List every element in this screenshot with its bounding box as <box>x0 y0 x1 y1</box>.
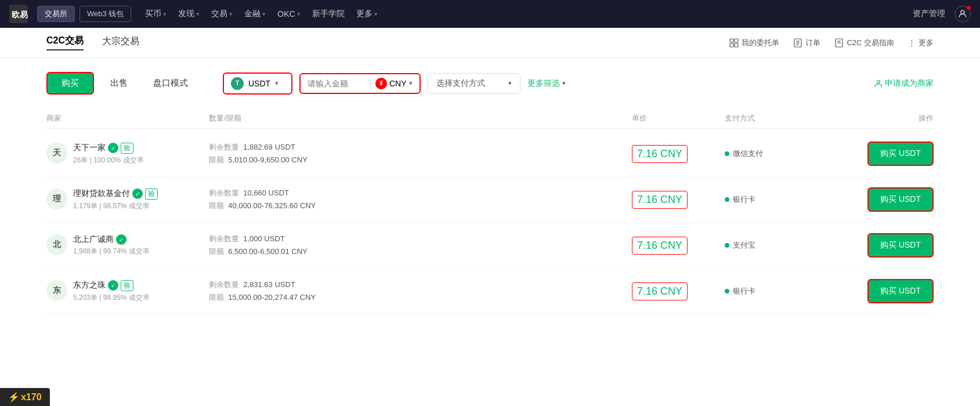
remain-amount: 剩余数量 1,000 USDT <box>209 234 632 244</box>
merchant-stats: 1,179单 | 98.57% 成交率 <box>73 201 158 211</box>
action-cell: 购买 USDT <box>841 142 934 166</box>
tab-bulk[interactable]: 大宗交易 <box>102 35 139 50</box>
merchant-info: 天下一家 ✓ 验 26单 | 100.00% 成交率 <box>73 143 144 165</box>
more-options-button[interactable]: ⋮ 更多 <box>908 38 934 48</box>
nav-trade[interactable]: 交易 ▾ <box>211 9 233 19</box>
merchant-cell: 东 东方之珠 ✓ 验 5,203单 | 98.95% 成交率 <box>46 280 209 303</box>
usdt-icon: T <box>231 77 244 90</box>
filter-bar: 购买 出售 盘口模式 T USDT ▾ ¥ CNY ▾ 选择支付方式 ▾ 更多筛… <box>46 72 934 95</box>
asset-management-button[interactable]: 资产管理 <box>913 9 945 19</box>
more-filter-button[interactable]: 更多筛选 ▾ <box>527 78 566 89</box>
payment-cell: 微信支付 <box>725 148 841 159</box>
nav-more[interactable]: 更多 ▾ <box>356 9 378 19</box>
tab-exchange[interactable]: 交易所 <box>37 6 75 22</box>
watermark-text: x170 <box>21 392 42 403</box>
coin-selector[interactable]: T USDT ▾ <box>223 72 292 95</box>
verified-badge: ✓ <box>116 234 126 245</box>
cny-icon: ¥ <box>375 78 387 89</box>
nav-okc[interactable]: OKC ▾ <box>277 9 300 19</box>
main-content: 购买 出售 盘口模式 T USDT ▾ ¥ CNY ▾ 选择支付方式 ▾ 更多筛… <box>0 58 980 406</box>
watermark-icon: ⚡ <box>8 392 20 403</box>
payment-selector[interactable]: 选择支付方式 ▾ <box>428 73 520 94</box>
coin-label: USDT <box>248 79 270 88</box>
col-payment: 支付方式 <box>725 113 841 124</box>
person-icon <box>874 79 883 88</box>
payment-cell: 银行卡 <box>725 286 841 296</box>
col-merchant: 商家 <box>46 113 209 124</box>
payment-dot <box>725 151 729 156</box>
payment-dot <box>725 289 729 293</box>
avatar: 北 <box>46 234 67 255</box>
nav-right-area: 资产管理 <box>913 6 971 22</box>
apply-merchant-button[interactable]: 申请成为商家 <box>874 78 934 89</box>
price-value: 7.16 CNY <box>632 145 688 163</box>
more-filter-label: 更多筛选 <box>527 78 560 89</box>
svg-rect-4 <box>735 39 738 42</box>
remain-amount: 剩余数量 2,831.63 USDT <box>209 280 632 290</box>
payment-cell: 银行卡 <box>725 194 841 205</box>
currency-label: CNY <box>389 79 407 88</box>
nav-beginner[interactable]: 新手学院 <box>312 9 345 19</box>
currency-selector[interactable]: ¥ CNY ▾ <box>375 78 413 89</box>
nav-discover[interactable]: 发现 ▾ <box>178 9 200 19</box>
limit-label: 限额 <box>209 247 224 256</box>
svg-rect-5 <box>730 44 733 47</box>
table-header: 商家 数量/限额 单价 支付方式 操作 <box>46 108 934 129</box>
my-orders-button[interactable]: 我的委托单 <box>729 38 779 48</box>
table-row: 北 北上广诚商 ✓ 1,988单 | 99.74% 成交率 剩余数量 1,000… <box>46 223 934 269</box>
amount-input[interactable] <box>308 79 366 88</box>
remain-label: 剩余数量 <box>209 143 239 151</box>
merchant-cell: 北 北上广诚商 ✓ 1,988单 | 99.74% 成交率 <box>46 234 209 256</box>
buy-usdt-button[interactable]: 购买 USDT <box>867 142 934 166</box>
chevron-down-icon: ▾ <box>275 79 279 87</box>
market-mode-button[interactable]: 盘口模式 <box>144 73 197 93</box>
buy-usdt-button[interactable]: 购买 USDT <box>867 187 934 212</box>
merchant-cell: 理 理财贷款基金付 ✓ 验 1,179单 | 98.57% 成交率 <box>46 188 209 211</box>
user-profile-icon[interactable] <box>954 6 971 22</box>
remain-label: 剩余数量 <box>209 234 239 243</box>
svg-rect-6 <box>735 44 738 47</box>
remain-label: 剩余数量 <box>209 280 239 289</box>
svg-point-2 <box>961 10 964 14</box>
price-value: 7.16 CNY <box>632 191 688 209</box>
price-cell: 7.16 CNY <box>632 191 725 209</box>
limit-label: 限额 <box>209 293 224 302</box>
merchant-info: 北上广诚商 ✓ 1,988单 | 99.74% 成交率 <box>73 234 150 256</box>
limit-amount: 限额 5,010.00-9,650.00 CNY <box>209 155 632 165</box>
payment-dot <box>725 243 729 248</box>
verified-badge: ✓ <box>108 143 118 153</box>
amount-input-wrap: ¥ CNY ▾ <box>299 73 421 94</box>
amount-cell: 剩余数量 1,000 USDT 限额 6,500.00-6,500.01 CNY <box>209 234 632 257</box>
avatar: 天 <box>46 143 67 164</box>
merchant-stats: 26单 | 100.00% 成交率 <box>73 155 144 165</box>
c2c-guide-button[interactable]: C2C 交易指南 <box>834 38 894 48</box>
nav-finance[interactable]: 金融 ▾ <box>244 9 266 19</box>
nav-buy-coin[interactable]: 买币 ▾ <box>145 9 167 19</box>
buy-usdt-button[interactable]: 购买 USDT <box>867 279 934 303</box>
chevron-icon: ▾ <box>262 10 266 18</box>
limit-label: 限额 <box>209 201 224 210</box>
logo-area[interactable]: 欧易 <box>9 5 28 23</box>
remain-amount: 剩余数量 10,660 USDT <box>209 188 632 198</box>
col-amount: 数量/限额 <box>209 113 632 124</box>
tab-web3[interactable]: Web3 钱包 <box>79 6 131 22</box>
payment-dot <box>725 197 729 202</box>
price-value: 7.16 CNY <box>632 282 688 300</box>
chevron-icon: ▾ <box>196 10 200 18</box>
verify-label: 验 <box>121 143 133 154</box>
chevron-icon: ▾ <box>163 10 167 18</box>
buy-button[interactable]: 购买 <box>46 72 94 95</box>
remain-label: 剩余数量 <box>209 188 239 197</box>
amount-cell: 剩余数量 2,831.63 USDT 限额 15,000.00-20,274.4… <box>209 280 632 303</box>
merchant-info: 东方之珠 ✓ 验 5,203单 | 98.95% 成交率 <box>73 280 150 303</box>
limit-label: 限额 <box>209 155 224 164</box>
price-cell: 7.16 CNY <box>632 282 725 300</box>
tab-c2c[interactable]: C2C交易 <box>46 35 84 50</box>
table-rows: 天 天下一家 ✓ 验 26单 | 100.00% 成交率 剩余数量 1,882.… <box>46 131 934 314</box>
buy-usdt-button[interactable]: 购买 USDT <box>867 233 934 258</box>
sell-button[interactable]: 出售 <box>101 73 137 93</box>
action-cell: 购买 USDT <box>841 187 934 212</box>
price-cell: 7.16 CNY <box>632 145 725 163</box>
orders-button[interactable]: 订单 <box>793 38 820 48</box>
notification-dot <box>967 6 971 10</box>
